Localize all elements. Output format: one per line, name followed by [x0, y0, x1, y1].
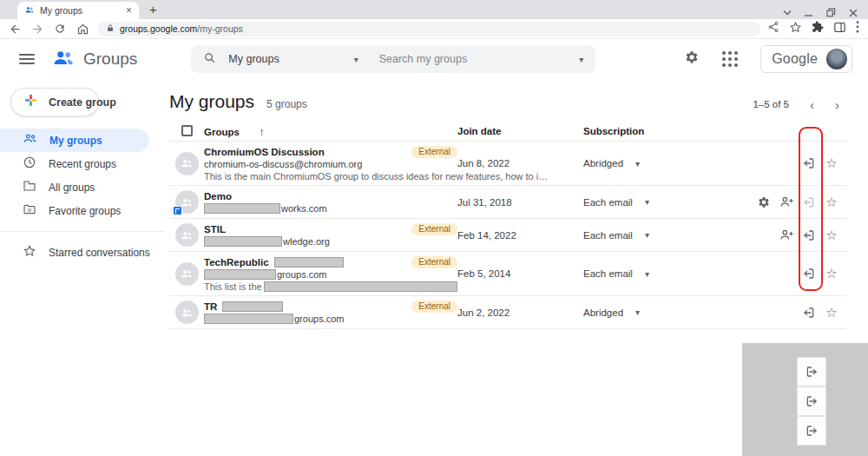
- minimize-icon[interactable]: [805, 9, 813, 17]
- external-badge: External: [411, 223, 457, 235]
- group-email: wledge.org: [283, 236, 330, 247]
- reload-icon[interactable]: [52, 21, 68, 36]
- add-members-button[interactable]: [775, 192, 798, 213]
- leave-group-button[interactable]: [798, 153, 820, 174]
- star-button[interactable]: ☆: [820, 192, 843, 213]
- subscription-select[interactable]: Each email ▾: [583, 268, 696, 279]
- group-name: TechRepublic: [204, 257, 269, 268]
- google-account-pill[interactable]: Google: [760, 45, 852, 73]
- join-date: Jun 8, 2022: [457, 158, 583, 169]
- pagination-label: 1–5 of 5: [753, 99, 789, 109]
- join-date: Jul 31, 2018: [457, 197, 583, 208]
- groups-favicon-icon: [24, 3, 35, 18]
- share-icon[interactable]: [767, 21, 779, 36]
- group-settings-button[interactable]: [753, 192, 775, 213]
- app-name: Groups: [83, 50, 137, 69]
- table-row[interactable]: STIL External wledge.org Feb 14, 2022 Ea…: [169, 219, 846, 252]
- create-group-button[interactable]: Create group: [10, 88, 99, 116]
- external-badge: External: [411, 301, 457, 313]
- search-bar[interactable]: My groups ▾ Search my groups ▾: [191, 45, 595, 73]
- leave-group-button[interactable]: [798, 192, 820, 213]
- bookmark-star-icon[interactable]: [789, 21, 802, 37]
- chevron-down-icon: ▾: [635, 307, 640, 317]
- avatar[interactable]: [826, 49, 847, 69]
- google-apps-icon[interactable]: [722, 51, 738, 67]
- sign-out-icon: [797, 357, 826, 387]
- sidebar-item-all-groups[interactable]: All groups: [0, 175, 165, 199]
- group-avatar-icon: [175, 152, 199, 175]
- sidebar-item-starred-conversations[interactable]: Starred conversations: [0, 241, 165, 264]
- subscription-select[interactable]: Each email ▾: [583, 197, 696, 208]
- redacted-text: [264, 281, 457, 292]
- app-header: Groups My groups ▾ Search my groups ▾ Go…: [0, 39, 868, 79]
- subscription-value: Each email: [583, 197, 633, 208]
- chevron-down-icon[interactable]: [783, 10, 792, 16]
- subscription-value: Each email: [583, 230, 633, 241]
- sidebar-item-my-groups[interactable]: My groups: [0, 129, 149, 152]
- subscription-select[interactable]: Abridged ▾: [583, 158, 696, 169]
- chevron-down-icon: ▾: [645, 197, 649, 207]
- chevron-down-icon[interactable]: ▾: [354, 55, 358, 64]
- group-avatar-icon: [175, 301, 199, 324]
- back-icon[interactable]: [7, 21, 23, 36]
- sort-ascending-icon[interactable]: ↑: [259, 125, 265, 138]
- folder-icon: [23, 202, 36, 220]
- redacted-text: [204, 203, 280, 214]
- sign-out-icon: [797, 387, 826, 416]
- menu-icon[interactable]: [19, 51, 35, 67]
- column-join-date[interactable]: Join date: [457, 126, 583, 136]
- sidebar-item-favorite-groups[interactable]: Favorite groups: [0, 199, 165, 222]
- page-next-icon[interactable]: ›: [835, 98, 839, 111]
- sign-out-icon: [797, 416, 826, 446]
- leave-group-button[interactable]: [798, 263, 820, 284]
- lock-icon: [106, 21, 115, 36]
- side-panel-icon[interactable]: [833, 21, 846, 37]
- star-button[interactable]: ☆: [820, 153, 843, 174]
- external-badge: External: [411, 256, 457, 268]
- group-name: STIL: [204, 224, 226, 235]
- browser-tab[interactable]: My groups ×: [17, 2, 139, 19]
- address-bar[interactable]: groups.google.com/my-groups: [97, 22, 760, 36]
- page-title: My groups: [169, 91, 254, 112]
- column-subscription[interactable]: Subscription: [583, 126, 644, 136]
- subscription-select[interactable]: Abridged ▾: [583, 307, 696, 318]
- home-icon[interactable]: [75, 21, 90, 36]
- subscription-select[interactable]: Each email ▾: [583, 230, 696, 241]
- tab-close-icon[interactable]: ×: [126, 4, 132, 17]
- settings-gear-icon[interactable]: [684, 50, 700, 69]
- new-tab-button[interactable]: +: [149, 2, 157, 17]
- leave-group-button[interactable]: [798, 225, 820, 246]
- column-groups[interactable]: Groups: [204, 127, 240, 137]
- star-button[interactable]: ☆: [820, 263, 843, 284]
- table-row[interactable]: TechRepublic External groups.com This li…: [169, 252, 846, 296]
- search-scope-select[interactable]: My groups: [228, 53, 279, 65]
- redacted-text: [204, 236, 282, 247]
- add-members-button[interactable]: [775, 225, 798, 246]
- browser-window: My groups × + groups.google.com/my-group…: [0, 0, 868, 456]
- close-icon[interactable]: [849, 9, 858, 17]
- extensions-icon[interactable]: [812, 21, 824, 36]
- table-row[interactable]: TR External groups.com Jun 2, 2022 Abrid…: [169, 296, 846, 329]
- browser-menu-icon[interactable]: [856, 21, 859, 36]
- chevron-down-icon: ▾: [645, 230, 649, 240]
- search-input[interactable]: Search my groups: [379, 53, 580, 65]
- divider: [0, 231, 165, 232]
- groups-icon: [23, 131, 37, 149]
- page-previous-icon[interactable]: ‹: [810, 98, 814, 111]
- group-email: chromium-os-discuss@chromium.org: [204, 159, 362, 169]
- plus-icon: [23, 93, 38, 111]
- sidebar-item-recent-groups[interactable]: Recent groups: [0, 152, 165, 175]
- restore-icon[interactable]: [826, 8, 836, 17]
- forward-icon[interactable]: [30, 21, 45, 36]
- search-options-icon[interactable]: ▾: [579, 55, 583, 64]
- external-badge: External: [411, 146, 457, 158]
- leave-group-button[interactable]: [798, 302, 820, 323]
- table-header: Groups ↑ Join date Subscription: [169, 121, 846, 142]
- select-all-checkbox[interactable]: [181, 125, 193, 136]
- inset-strip: [797, 357, 826, 446]
- star-button[interactable]: ☆: [820, 225, 843, 246]
- star-button[interactable]: ☆: [820, 302, 843, 323]
- table-row[interactable]: Demo works.com Jul 31, 2018 Each email ▾…: [169, 186, 846, 219]
- table-row[interactable]: ChromiumOS Discussion External chromium-…: [169, 142, 846, 186]
- redacted-text: [274, 257, 344, 268]
